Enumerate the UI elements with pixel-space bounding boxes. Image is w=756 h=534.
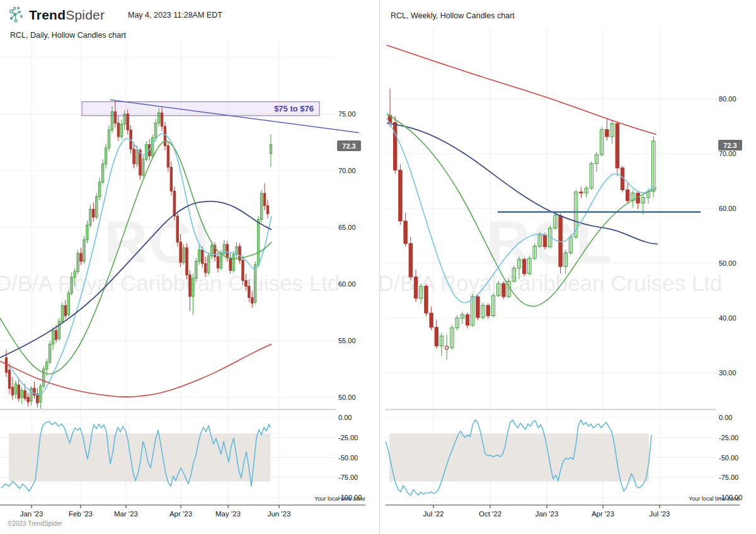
candle — [74, 271, 76, 277]
candle — [616, 123, 619, 168]
svg-text:70.00: 70.00 — [719, 150, 736, 157]
candle — [192, 278, 194, 297]
copyright: ©2023 TrendSpider — [8, 520, 62, 527]
logo-trend: Trend — [29, 8, 66, 22]
candle — [111, 111, 113, 130]
candle — [80, 253, 82, 261]
svg-text:-75.00: -75.00 — [719, 474, 738, 481]
candle — [242, 260, 244, 280]
logo-wordmark: TrendSpider — [29, 8, 105, 23]
candle — [226, 244, 228, 258]
svg-text:Mar '23: Mar '23 — [114, 510, 138, 518]
candle — [528, 258, 531, 273]
chart-right: Jul '22Oct '22Jan '23Apr '23Jul '2380.00… — [386, 28, 742, 518]
svg-text:60.00: 60.00 — [338, 280, 356, 288]
candle — [481, 305, 484, 317]
oscillator-band — [9, 433, 270, 481]
candle — [99, 182, 101, 196]
svg-text:Jul '23: Jul '23 — [650, 510, 670, 518]
timezone-note: Your local time zone — [689, 496, 740, 502]
candle — [105, 148, 106, 164]
candle — [455, 318, 459, 328]
candle — [164, 127, 166, 146]
candle — [30, 389, 32, 401]
candle — [425, 287, 428, 314]
svg-text:Feb '23: Feb '23 — [69, 510, 93, 518]
candle — [538, 235, 541, 246]
candle — [414, 277, 417, 298]
candle — [486, 305, 490, 316]
candle — [136, 151, 138, 164]
trendspider-export: RCL D/B/A Royal Caribbean Cruises Ltd RC… — [0, 0, 756, 534]
svg-text:-50.00: -50.00 — [719, 454, 738, 462]
right-chart-title: RCL, Weekly, Hollow Candles chart — [391, 11, 515, 20]
candle — [154, 123, 156, 137]
ma-slow — [0, 202, 272, 358]
candle — [14, 383, 16, 394]
candle — [497, 283, 500, 295]
candle — [641, 198, 644, 203]
price-axis-labels: 75.0070.0065.0060.0055.0050.000.00-25.00… — [338, 110, 362, 501]
svg-text:0.00: 0.00 — [719, 414, 732, 421]
candle — [158, 113, 159, 123]
candle — [202, 250, 203, 264]
candle — [127, 114, 129, 130]
candle — [77, 253, 79, 271]
left-chart-title: RCL, Daily, Hollow Candles chart — [10, 31, 126, 40]
svg-text:-50.00: -50.00 — [338, 454, 358, 462]
candle — [89, 209, 91, 225]
candle — [189, 275, 191, 297]
candle — [64, 305, 66, 315]
candle — [151, 138, 153, 156]
ma-fast — [387, 118, 654, 302]
trendspider-logo: TrendSpider — [8, 6, 105, 23]
candle — [471, 297, 474, 325]
candle — [564, 253, 567, 266]
oscillator-band — [389, 433, 649, 481]
svg-text:30.00: 30.00 — [719, 369, 736, 377]
svg-text:May '23: May '23 — [215, 510, 241, 518]
candle — [96, 196, 98, 217]
candle — [420, 287, 423, 298]
last-price-badge: 72.3 — [718, 140, 742, 151]
candle — [590, 164, 593, 188]
candle — [114, 111, 116, 123]
price-range-annotation-label: $75 to $76 — [82, 104, 314, 113]
logo-spider: Spider — [66, 8, 105, 22]
candle — [183, 247, 185, 262]
candle — [21, 390, 23, 397]
candle — [195, 261, 197, 278]
price-axis-labels: 80.0070.0060.0050.0040.0030.000.00-25.00… — [719, 95, 742, 501]
svg-text:Jan '23: Jan '23 — [20, 510, 43, 518]
svg-text:-75.00: -75.00 — [338, 474, 358, 481]
candle — [435, 327, 438, 346]
candle — [55, 331, 57, 339]
candle — [71, 277, 72, 293]
candle — [652, 141, 655, 191]
trendspider-logo-icon — [8, 6, 25, 23]
ma-long — [387, 45, 656, 135]
candle — [24, 390, 26, 399]
candle — [207, 256, 209, 273]
candle — [554, 215, 557, 228]
ma-mid — [0, 141, 272, 374]
pane-divider — [386, 409, 716, 411]
candle — [204, 264, 206, 273]
candle — [11, 387, 13, 395]
candle — [512, 268, 515, 281]
candle — [626, 190, 629, 200]
candle — [198, 250, 200, 261]
candle — [170, 168, 172, 191]
candle — [108, 130, 110, 148]
svg-text:80.00: 80.00 — [719, 95, 736, 103]
svg-text:Apr '23: Apr '23 — [169, 510, 192, 518]
candle — [523, 259, 526, 274]
svg-text:50.00: 50.00 — [719, 259, 736, 267]
svg-text:75.00: 75.00 — [338, 110, 356, 118]
doji-marker — [445, 346, 448, 349]
candlestick-series — [5, 100, 272, 409]
candle — [173, 191, 175, 216]
svg-text:Oct '22: Oct '22 — [479, 510, 501, 518]
candle — [466, 315, 469, 326]
timezone-note: Your local time zone — [314, 496, 365, 502]
